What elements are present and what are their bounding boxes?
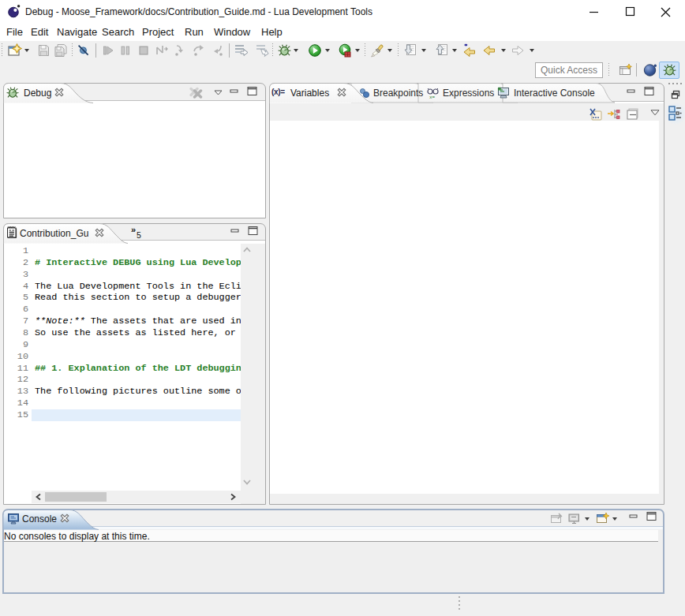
svg-text:x=: x= (429, 95, 436, 99)
